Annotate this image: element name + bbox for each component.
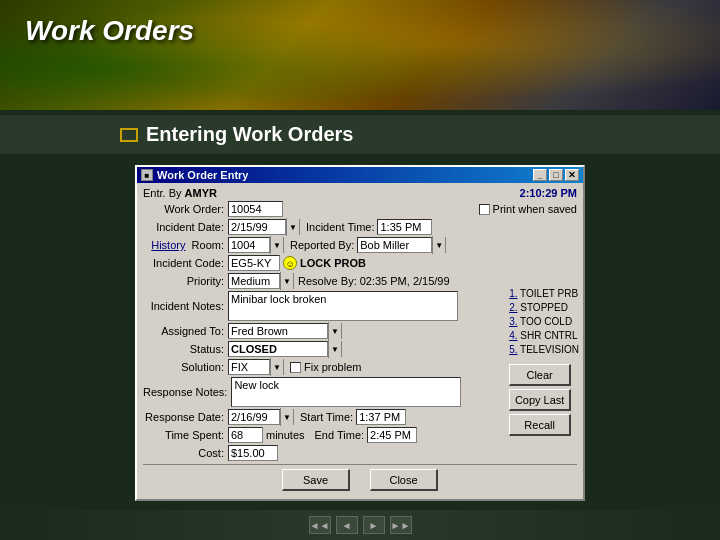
- assigned-to-wrapper: ▼: [228, 323, 342, 339]
- incident-date-wrapper: ▼: [228, 219, 300, 235]
- minutes-label: minutes: [266, 429, 305, 441]
- work-order-row: Work Order: Print when saved: [143, 201, 577, 217]
- fix-problem-checkbox[interactable]: [290, 362, 301, 373]
- side-list-item-2: 2. STOPPED: [509, 301, 579, 315]
- side-list-item-1: 1. TOILET PRB: [509, 287, 579, 301]
- side-list-item-3: 3. TOO COLD: [509, 315, 579, 329]
- history-link[interactable]: History: [151, 239, 185, 251]
- nav-prev-button[interactable]: ◄: [336, 516, 358, 534]
- incident-notes-textarea[interactable]: Minibar lock broken: [228, 291, 458, 321]
- dialog-controls: _ □ ✕: [533, 169, 579, 181]
- date-dropdown-arrow[interactable]: ▼: [286, 219, 300, 235]
- priority-dropdown-arrow[interactable]: ▼: [280, 273, 294, 289]
- bottom-nav-bar: ◄◄ ◄ ► ►►: [0, 510, 720, 540]
- history-room-row: History Room: ▼ Reported By: ▼: [143, 237, 577, 253]
- response-notes-label: Response Notes:: [143, 386, 231, 398]
- incident-name: LOCK PROB: [300, 257, 366, 269]
- priority-input[interactable]: [228, 273, 280, 289]
- nav-first-button[interactable]: ◄◄: [309, 516, 331, 534]
- resolve-by-value: 02:35 PM, 2/15/99: [360, 275, 450, 287]
- minimize-button[interactable]: _: [533, 169, 547, 181]
- side-text-1: TOILET PRB: [520, 288, 578, 299]
- smiley-icon: ☺: [283, 256, 297, 270]
- assigned-to-dropdown-arrow[interactable]: ▼: [328, 323, 342, 339]
- side-num-5: 5.: [509, 344, 517, 355]
- fix-problem-text: Fix problem: [304, 361, 361, 373]
- solution-input[interactable]: [228, 359, 270, 375]
- start-time-input[interactable]: [356, 409, 406, 425]
- incident-time-input[interactable]: [377, 219, 432, 235]
- dialog-title: Work Order Entry: [157, 169, 249, 181]
- end-time-input[interactable]: [367, 427, 417, 443]
- close-dialog-button[interactable]: Close: [370, 469, 438, 491]
- solution-wrapper: ▼: [228, 359, 284, 375]
- save-button[interactable]: Save: [282, 469, 350, 491]
- incident-notes-label: Incident Notes:: [143, 300, 228, 312]
- clear-button[interactable]: Clear: [509, 364, 571, 386]
- assigned-to-label: Assigned To:: [143, 325, 228, 337]
- maximize-button[interactable]: □: [549, 169, 563, 181]
- resolve-by-label: Resolve By:: [298, 275, 357, 287]
- side-num-1: 1.: [509, 288, 517, 299]
- dialog-titlebar: ■ Work Order Entry _ □ ✕: [137, 167, 583, 183]
- status-wrapper: ▼: [228, 341, 342, 357]
- solution-label: Solution:: [143, 361, 228, 373]
- time-spent-input[interactable]: [228, 427, 263, 443]
- incident-date-row: Incident Date: ▼ Incident Time:: [143, 219, 577, 235]
- print-checkbox[interactable]: [479, 204, 490, 215]
- response-date-input[interactable]: [228, 409, 280, 425]
- cost-label: Cost:: [143, 447, 228, 459]
- room-dropdown-arrow[interactable]: ▼: [270, 237, 284, 253]
- print-checkbox-label: Print when saved: [479, 203, 577, 215]
- reported-by-dropdown-arrow[interactable]: ▼: [432, 237, 446, 253]
- incident-date-input[interactable]: [228, 219, 286, 235]
- history-label: History Room:: [143, 239, 228, 251]
- status-label: Status:: [143, 343, 228, 355]
- priority-wrapper: ▼: [228, 273, 294, 289]
- copy-last-button[interactable]: Copy Last: [509, 389, 571, 411]
- status-input[interactable]: [228, 341, 328, 357]
- fix-problem-label: Fix problem: [290, 361, 361, 373]
- nav-next-button[interactable]: ►: [363, 516, 385, 534]
- incident-code-input[interactable]: [228, 255, 280, 271]
- response-date-wrapper: ▼: [228, 409, 294, 425]
- info-row: Entr. By AMYR 2:10:29 PM: [143, 187, 577, 199]
- recall-button[interactable]: Recall: [509, 414, 571, 436]
- subtitle-area: Entering Work Orders: [0, 115, 720, 154]
- response-date-dropdown-arrow[interactable]: ▼: [280, 409, 294, 425]
- status-dropdown-arrow[interactable]: ▼: [328, 341, 342, 357]
- side-num-3: 3.: [509, 316, 517, 327]
- side-action-buttons: 1. TOILET PRB 2. STOPPED 3. TOO COLD 4. …: [509, 287, 579, 436]
- subtitle-text: Entering Work Orders: [146, 123, 353, 146]
- side-text-2: STOPPED: [520, 302, 568, 313]
- dialog-title-left: ■ Work Order Entry: [141, 169, 249, 181]
- cost-row: Cost:: [143, 445, 577, 461]
- room-input[interactable]: [228, 237, 270, 253]
- incident-date-label: Incident Date:: [143, 221, 228, 233]
- side-list-item-5: 5. TELEVISION: [509, 343, 579, 357]
- side-text-4: SHR CNTRL: [520, 330, 577, 341]
- room-wrapper: ▼: [228, 237, 284, 253]
- incident-code-label: Incident Code:: [143, 257, 228, 269]
- entered-by-value: AMYR: [185, 187, 217, 199]
- close-button[interactable]: ✕: [565, 169, 579, 181]
- end-time-label: End Time:: [315, 429, 365, 441]
- bottom-buttons: Save Close: [143, 464, 577, 495]
- reported-by-label: Reported By:: [290, 239, 354, 251]
- reported-by-input[interactable]: [357, 237, 432, 253]
- work-order-label: Work Order:: [143, 203, 228, 215]
- subtitle-icon: [120, 128, 138, 142]
- assigned-to-input[interactable]: [228, 323, 328, 339]
- page-title: Work Orders: [25, 15, 194, 47]
- priority-label: Priority:: [143, 275, 228, 287]
- solution-dropdown-arrow[interactable]: ▼: [270, 359, 284, 375]
- entered-by-label: Entr. By AMYR: [143, 187, 217, 199]
- side-text-5: TELEVISION: [520, 344, 579, 355]
- incident-time-label: Incident Time:: [306, 221, 374, 233]
- response-notes-textarea[interactable]: New lock: [231, 377, 461, 407]
- start-time-label: Start Time:: [300, 411, 353, 423]
- side-num-2: 2.: [509, 302, 517, 313]
- cost-input[interactable]: [228, 445, 278, 461]
- nav-last-button[interactable]: ►►: [390, 516, 412, 534]
- work-order-input[interactable]: [228, 201, 283, 217]
